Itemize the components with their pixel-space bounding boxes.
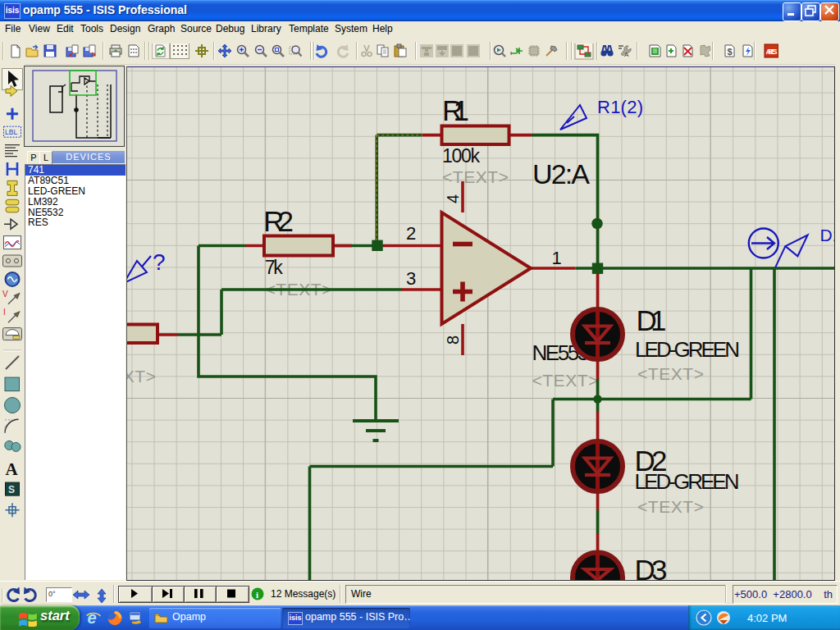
svg-text:I: I [3, 308, 6, 317]
svg-text:D1: D1 [637, 304, 667, 336]
svg-text:LED-GREEN: LED-GREEN [635, 469, 740, 494]
svg-text:$: $ [728, 47, 733, 57]
svg-text:?: ? [153, 249, 166, 275]
svg-text:D3: D3 [635, 554, 668, 580]
svg-text:7k: 7k [265, 257, 284, 278]
svg-text:LBL: LBL [5, 128, 17, 136]
svg-text:LED-GREEN: LED-GREEN [635, 337, 740, 362]
svg-text:8: 8 [444, 336, 462, 345]
svg-text:<TEXT>: <TEXT> [442, 167, 509, 186]
svg-text:100k: 100k [442, 145, 481, 167]
svg-text:<TEXT>: <TEXT> [637, 497, 704, 516]
svg-text:e: e [88, 609, 97, 627]
svg-text:D1: D1 [820, 226, 834, 244]
svg-text:i: i [256, 590, 258, 600]
svg-text:1: 1 [552, 248, 562, 268]
svg-text:ARES: ARES [766, 48, 778, 56]
svg-text:U2:A: U2:A [532, 158, 590, 189]
svg-text:<TEXT>: <TEXT> [127, 367, 156, 386]
svg-text:R2: R2 [263, 205, 294, 237]
svg-text:R1: R1 [442, 94, 469, 126]
svg-text:V: V [2, 290, 8, 299]
svg-text:4: 4 [444, 194, 462, 203]
svg-text:3: 3 [406, 268, 416, 289]
svg-text:<TEXT>: <TEXT> [637, 364, 704, 383]
svg-text:S: S [8, 484, 15, 495]
svg-text:<TEXT>: <TEXT> [532, 371, 598, 390]
svg-text:2: 2 [406, 223, 416, 244]
svg-text:R1(2): R1(2) [597, 97, 643, 117]
svg-text:A: A [624, 51, 629, 58]
svg-text:A: A [6, 459, 19, 479]
